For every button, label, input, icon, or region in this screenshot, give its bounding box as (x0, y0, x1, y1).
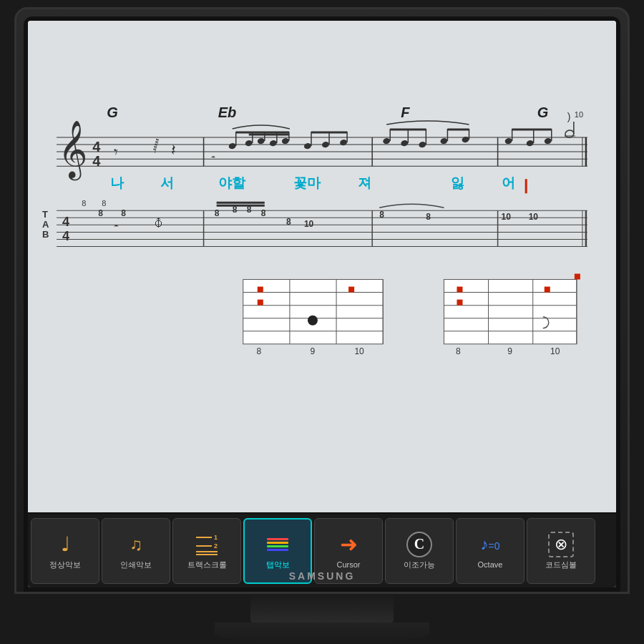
fret-marker-1 (258, 287, 263, 293)
svg-text:10: 10 (502, 212, 512, 222)
svg-text:8: 8 (82, 199, 86, 208)
svg-rect-113 (457, 287, 462, 293)
btn-track-scroll[interactable]: 1 2 트랙스크롤 (172, 518, 241, 584)
btn-print-label: 인쇄악보 (120, 560, 152, 570)
svg-text:10: 10 (575, 110, 583, 119)
chord-symbol-icon: ⊗ (548, 532, 574, 557)
track-scroll-icon: 1 2 (194, 532, 220, 557)
chord-g1: G (107, 104, 118, 120)
svg-text:A: A (42, 219, 49, 230)
chord-eb: Eb (218, 104, 237, 120)
svg-text:4: 4 (92, 139, 101, 155)
svg-text:8: 8 (456, 346, 461, 356)
svg-text:8: 8 (379, 210, 384, 220)
btn-chord-symbol[interactable]: ⊗ 코드심볼 (527, 518, 595, 584)
monitor-stand (250, 594, 394, 623)
chord-g2: G (537, 104, 549, 120)
svg-text:8: 8 (98, 208, 103, 218)
monitor-bezel: HD2 G Eb F G (24, 16, 620, 592)
brand-logo: SAMSUNG (289, 570, 356, 582)
lyric-na: 나 (110, 175, 125, 190)
lyric-il: 잃 (451, 175, 464, 190)
btn-key-change[interactable]: C 이조가능 (385, 518, 454, 584)
svg-text:⦽: ⦽ (153, 217, 165, 229)
print-score-icon: ♫ (123, 532, 149, 557)
monitor: HD2 G Eb F G (14, 7, 630, 594)
chord-f: F (401, 104, 410, 120)
notation-svg: G Eb F G 𝄞 4 4 (28, 21, 616, 512)
svg-text:B: B (42, 229, 49, 240)
key-change-icon: C (406, 532, 432, 557)
svg-text:10: 10 (529, 212, 539, 222)
svg-text:): ) (567, 111, 571, 122)
btn-track-label: 트랙스크롤 (187, 560, 227, 570)
lyric-seo: 서 (160, 175, 174, 190)
svg-text:8: 8 (102, 199, 106, 208)
svg-text:T: T (42, 209, 48, 220)
lyric-kkot: 꽃마 (293, 175, 321, 190)
svg-text:8: 8 (121, 208, 126, 218)
svg-text:4: 4 (92, 153, 101, 169)
btn-octave[interactable]: ♪=0 Octave (456, 518, 525, 584)
svg-text:10: 10 (304, 219, 314, 229)
svg-text:8: 8 (286, 217, 291, 227)
svg-rect-105 (444, 280, 576, 344)
lyric-jyeo: 져 (358, 175, 371, 190)
svg-text:8: 8 (426, 212, 431, 222)
svg-rect-116 (575, 274, 580, 280)
btn-normal-label: 정상악보 (49, 560, 81, 570)
notation-area: G Eb F G 𝄞 4 4 (28, 21, 616, 512)
btn-chord-label: 코드심볼 (545, 560, 577, 570)
svg-text:𝄞: 𝄞 (58, 121, 87, 181)
monitor-base (215, 623, 429, 644)
fret-marker-2 (258, 300, 263, 306)
svg-text:4: 4 (62, 215, 69, 229)
cursor-icon: ➜ (336, 532, 361, 557)
lyric-ya: 야할 (218, 175, 246, 190)
btn-tab-label: 탭악보 (266, 560, 290, 570)
svg-text:8: 8 (261, 208, 266, 218)
svg-text:9: 9 (311, 346, 316, 356)
fret-marker-3 (348, 287, 354, 293)
svg-text:10: 10 (550, 346, 560, 356)
fret-finger-1 (308, 316, 318, 326)
svg-text:9: 9 (507, 346, 512, 356)
svg-rect-115 (545, 287, 550, 293)
normal-score-icon: ♩ (52, 532, 78, 557)
svg-text:4: 4 (62, 229, 69, 243)
svg-text:8: 8 (215, 208, 220, 218)
svg-rect-94 (243, 280, 383, 344)
btn-normal-score[interactable]: ♩ 정상악보 (31, 518, 99, 584)
octave-icon: ♪=0 (477, 532, 503, 557)
btn-key-label: 이조가능 (404, 560, 435, 570)
tab-score-icon (265, 532, 291, 557)
btn-octave-label: Octave (478, 560, 503, 570)
btn-cursor-label: Cursor (336, 560, 360, 570)
svg-rect-0 (28, 94, 616, 439)
svg-rect-61 (525, 179, 527, 193)
screen: HD2 G Eb F G (28, 21, 616, 587)
lyric-eo: 어 (502, 175, 515, 190)
svg-text:8: 8 (256, 346, 261, 356)
svg-text:10: 10 (354, 346, 364, 356)
btn-print-score[interactable]: ♫ 인쇄악보 (102, 518, 170, 584)
svg-rect-114 (457, 300, 462, 306)
